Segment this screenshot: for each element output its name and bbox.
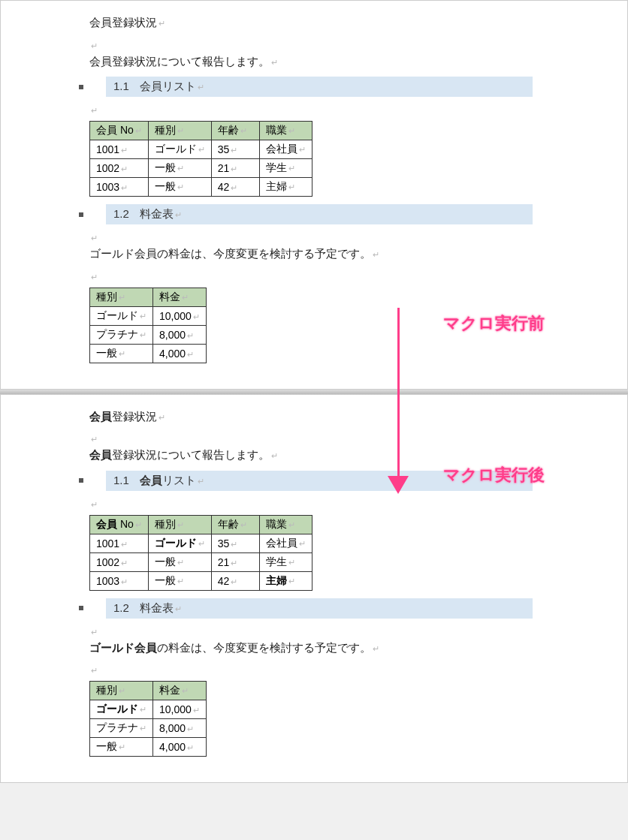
th-age: 年齢↵ [211, 515, 259, 534]
member-table-before: 会員 No↵ 種別↵ 年齢↵ 職業↵ 1001↵ ゴールド↵ 35↵ 会社員↵ … [89, 121, 312, 197]
table-row: プラチナ↵ 8,000↵ [90, 719, 207, 738]
empty-para: ↵ [37, 660, 591, 673]
heading-1-2-after: 1.2料金表↵ [37, 598, 591, 619]
title-before: 会員登録状況↵ [37, 13, 591, 32]
table-row: ゴールド↵ 10,000↵ [90, 306, 207, 325]
heading-label-bold: 会員 [140, 474, 162, 486]
title-after: 会員登録状況↵ [37, 407, 591, 426]
heading-bar: 1.1会員リスト↵ [106, 77, 533, 97]
table-header-row: 会員 No↵ 種別↵ 年齢↵ 職業↵ [90, 515, 312, 534]
note2-before: ゴールド会員の料金は、今度変更を検討する予定です。↵ [37, 244, 591, 263]
heading-bar: 1.2料金表↵ [106, 598, 533, 619]
intro-text: 会員登録状況について報告します。 [89, 55, 270, 68]
bullet-icon [79, 85, 83, 89]
intro-after: 会員登録状況について報告します。↵ [37, 445, 591, 465]
note-text: ゴールド会員の料金は、今度変更を検討する予定です。 [89, 247, 371, 260]
intro-bold: 会員 [89, 448, 112, 461]
title-rest: 登録状況 [112, 410, 157, 423]
th-memberno: 会員 No↵ [90, 122, 149, 140]
table-row: 1003↵ 一般↵ 42↵ 主婦↵ [90, 571, 312, 590]
heading-label: 料金表 [140, 601, 174, 614]
heading-num: 1.2 [113, 207, 129, 220]
bullet-icon [79, 478, 83, 483]
table-row: ゴールド↵ 10,000↵ [90, 700, 207, 719]
title-bold: 会員 [89, 410, 112, 423]
heading-label: 会員リスト [140, 80, 196, 92]
empty-para: ↵ [37, 100, 591, 113]
note2-after: ゴールド会員の料金は、今度変更を検討する予定です。↵ [37, 638, 591, 658]
title-text: 会員登録状況 [89, 16, 157, 29]
annotation-after: マクロ実行後 [443, 464, 545, 486]
note-bold: ゴールド会員 [89, 641, 157, 654]
heading-bar: 1.2料金表↵ [106, 204, 533, 224]
th-type: 種別↵ [148, 122, 211, 140]
heading-num: 1.1 [113, 474, 129, 486]
heading-1-1-before: 1.1会員リスト↵ [37, 77, 591, 97]
bullet-icon [79, 212, 83, 217]
empty-para: ↵ [37, 266, 591, 280]
return-mark: ↵ [159, 19, 165, 28]
heading-label: 料金表 [140, 207, 174, 220]
table-row: プラチナ↵ 8,000↵ [90, 325, 207, 344]
heading-num: 1.1 [113, 80, 129, 92]
table-row: 1001↵ ゴールド↵ 35↵ 会社員↵ [90, 140, 312, 159]
th-memberno: 会員 No↵ [90, 515, 149, 534]
empty-para: ↵ [37, 622, 591, 635]
table-row: 一般↵ 4,000↵ [90, 738, 207, 757]
table-row: 1001↵ ゴールド↵ 35↵ 会社員↵ [90, 534, 312, 552]
price-table-before: 種別↵ 料金↵ ゴールド↵ 10,000↵ プラチナ↵ 8,000↵ 一般↵ 4… [89, 288, 207, 363]
table-row: 1002↵ 一般↵ 21↵ 学生↵ [90, 552, 312, 571]
empty-para: ↵ [37, 494, 591, 507]
price-table-after: 種別↵ 料金↵ ゴールド↵ 10,000↵ プラチナ↵ 8,000↵ 一般↵ 4… [89, 681, 207, 757]
table-row: 一般↵ 4,000↵ [90, 344, 207, 363]
annotation-before: マクロ実行前 [443, 312, 545, 335]
th-job: 職業↵ [259, 515, 312, 534]
table-header-row: 種別↵ 料金↵ [90, 288, 207, 306]
table-header-row: 種別↵ 料金↵ [90, 682, 207, 700]
page-after: 会員登録状況↵ ↵ 会員登録状況について報告します。↵ 1.1会員リスト↵ ↵ … [0, 394, 628, 784]
th-age: 年齢↵ [211, 122, 259, 140]
intro-before: 会員登録状況について報告します。↵ [37, 52, 591, 71]
table-row: 1002↵ 一般↵ 21↵ 学生↵ [90, 159, 312, 178]
member-table-after: 会員 No↵ 種別↵ 年齢↵ 職業↵ 1001↵ ゴールド↵ 35↵ 会社員↵ … [89, 515, 312, 591]
th-job: 職業↵ [259, 122, 312, 140]
intro-rest: 登録状況について報告します。 [112, 448, 270, 461]
empty-para: ↵ [37, 429, 591, 442]
empty-para: ↵ [37, 227, 591, 241]
note-rest: の料金は、今度変更を検討する予定です。 [157, 641, 371, 654]
heading-label-rest: リスト [162, 474, 196, 486]
empty-para: ↵ [37, 35, 591, 49]
th-type: 種別↵ [148, 515, 211, 534]
heading-1-2-before: 1.2料金表↵ [37, 204, 591, 224]
table-header-row: 会員 No↵ 種別↵ 年齢↵ 職業↵ [90, 122, 312, 140]
table-row: 1003↵ 一般↵ 42↵ 主婦↵ [90, 178, 312, 197]
bullet-icon [79, 606, 83, 610]
heading-num: 1.2 [113, 601, 129, 614]
